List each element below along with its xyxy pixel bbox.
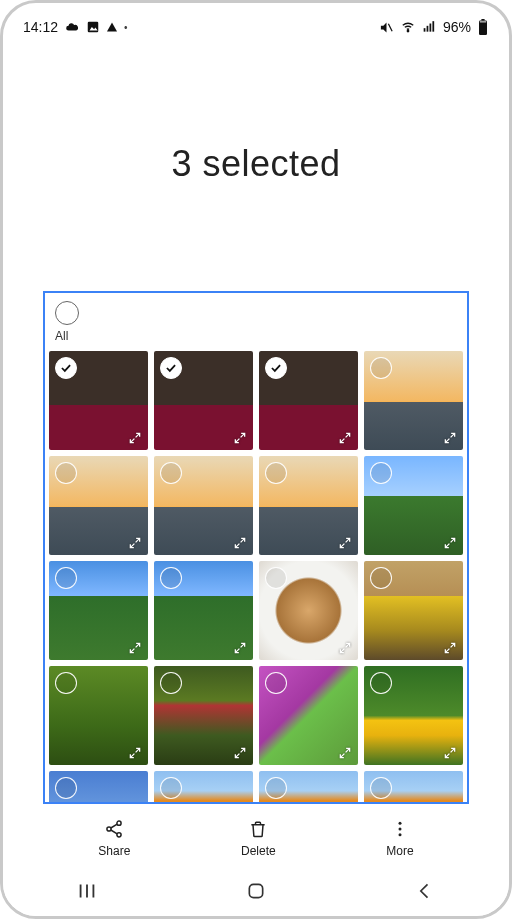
- expand-icon: [442, 430, 458, 446]
- expand-icon: [127, 430, 143, 446]
- photo-thumbnail[interactable]: [259, 771, 358, 804]
- photo-thumbnail[interactable]: [49, 666, 148, 765]
- share-icon: [104, 819, 124, 842]
- svg-rect-0: [88, 22, 99, 33]
- photo-thumbnail[interactable]: [259, 351, 358, 450]
- svg-rect-6: [429, 24, 431, 32]
- expand-icon: [232, 535, 248, 551]
- expand-icon: [337, 535, 353, 551]
- svg-rect-5: [427, 26, 429, 32]
- share-button[interactable]: Share: [98, 819, 130, 858]
- expand-icon: [442, 745, 458, 761]
- selection-circle-icon: [265, 777, 287, 799]
- svg-rect-7: [432, 21, 434, 32]
- photo-thumbnail[interactable]: [154, 666, 253, 765]
- triangle-icon: [106, 21, 118, 33]
- status-time: 14:12: [23, 19, 58, 35]
- svg-point-45: [117, 832, 121, 836]
- select-all[interactable]: All: [45, 293, 467, 347]
- svg-rect-54: [249, 884, 262, 897]
- expand-icon: [232, 430, 248, 446]
- selection-count-title: 3 selected: [171, 143, 340, 185]
- photo-thumbnail[interactable]: [49, 351, 148, 450]
- expand-icon: [337, 640, 353, 656]
- select-all-label: All: [55, 329, 457, 343]
- svg-line-2: [388, 23, 392, 31]
- battery-text: 96%: [443, 19, 471, 35]
- svg-rect-9: [481, 19, 484, 21]
- photo-thumbnail[interactable]: [154, 561, 253, 660]
- nav-back-button[interactable]: [370, 881, 480, 901]
- signal-icon: [422, 20, 437, 34]
- photo-thumbnail[interactable]: [154, 351, 253, 450]
- expand-icon: [127, 640, 143, 656]
- more-icon: [390, 819, 410, 842]
- selection-circle-icon: [55, 672, 77, 694]
- photo-grid: [45, 347, 467, 804]
- photo-thumbnail[interactable]: [154, 456, 253, 555]
- selection-circle-icon: [55, 567, 77, 589]
- photo-thumbnail[interactable]: [364, 561, 463, 660]
- selection-circle-icon: [160, 462, 182, 484]
- selection-circle-icon: [370, 357, 392, 379]
- svg-rect-8: [479, 21, 487, 35]
- system-nav-bar: [3, 866, 509, 916]
- selection-header: 3 selected: [3, 41, 509, 287]
- expand-icon: [337, 745, 353, 761]
- selection-circle-icon: [160, 777, 182, 799]
- photo-thumbnail[interactable]: [364, 456, 463, 555]
- photo-thumbnail[interactable]: [49, 771, 148, 804]
- status-right: 96%: [379, 19, 489, 35]
- photo-thumbnail[interactable]: [49, 561, 148, 660]
- photo-thumbnail[interactable]: [364, 771, 463, 804]
- photo-thumbnail[interactable]: [154, 771, 253, 804]
- svg-rect-10: [480, 21, 486, 22]
- svg-point-44: [107, 826, 111, 830]
- svg-point-43: [117, 821, 121, 825]
- photo-thumbnail[interactable]: [259, 666, 358, 765]
- bottom-action-bar: Share Delete More: [43, 812, 469, 864]
- device-frame: 14:12 • 96%: [0, 0, 512, 919]
- selected-check-icon: [160, 357, 182, 379]
- status-bar: 14:12 • 96%: [3, 3, 509, 41]
- svg-rect-4: [424, 28, 426, 32]
- photo-thumbnail[interactable]: [259, 561, 358, 660]
- more-button[interactable]: More: [386, 819, 413, 858]
- mute-icon: [379, 20, 394, 35]
- expand-icon: [232, 745, 248, 761]
- expand-icon: [127, 745, 143, 761]
- svg-point-49: [398, 827, 401, 830]
- selection-circle-icon: [55, 777, 77, 799]
- photo-thumbnail[interactable]: [49, 456, 148, 555]
- svg-point-3: [407, 30, 409, 32]
- delete-button[interactable]: Delete: [241, 819, 276, 858]
- selection-circle-icon: [370, 777, 392, 799]
- more-label: More: [386, 844, 413, 858]
- expand-icon: [232, 640, 248, 656]
- selection-circle-icon: [265, 462, 287, 484]
- expand-icon: [442, 640, 458, 656]
- share-label: Share: [98, 844, 130, 858]
- nav-recents-button[interactable]: [32, 880, 142, 902]
- svg-line-47: [111, 830, 117, 834]
- expand-icon: [442, 535, 458, 551]
- selection-circle-icon: [160, 672, 182, 694]
- selection-circle-icon: [55, 462, 77, 484]
- selection-circle-icon: [370, 672, 392, 694]
- selection-circle-icon: [265, 567, 287, 589]
- wifi-icon: [400, 20, 416, 34]
- status-left: 14:12 •: [23, 19, 128, 35]
- photo-thumbnail[interactable]: [259, 456, 358, 555]
- photo-thumbnail[interactable]: [364, 351, 463, 450]
- selection-circle-icon: [370, 462, 392, 484]
- nav-home-button[interactable]: [201, 881, 311, 901]
- cloud-icon: [64, 20, 80, 34]
- image-icon: [86, 20, 100, 34]
- select-all-circle-icon: [55, 301, 79, 325]
- expand-icon: [127, 535, 143, 551]
- status-dot: •: [124, 22, 128, 33]
- photo-selection-area: All: [43, 291, 469, 804]
- svg-line-46: [111, 824, 117, 828]
- expand-icon: [337, 430, 353, 446]
- photo-thumbnail[interactable]: [364, 666, 463, 765]
